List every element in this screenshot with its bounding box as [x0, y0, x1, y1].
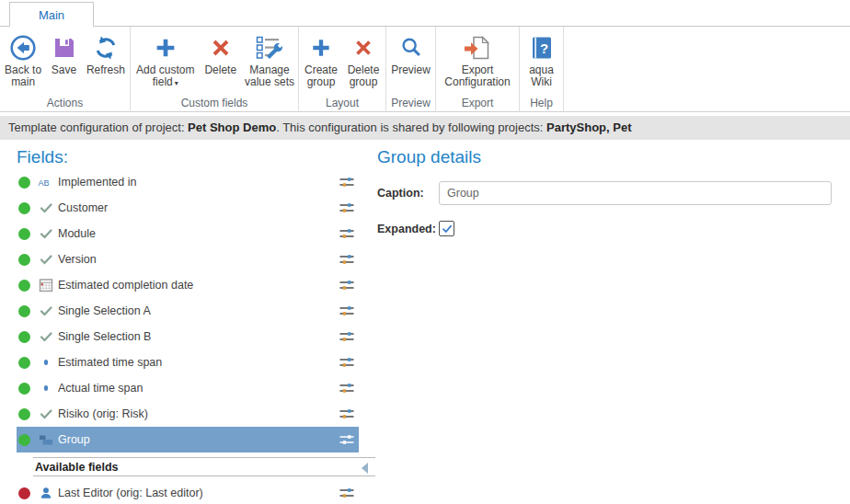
- reorder-icon[interactable]: [339, 252, 355, 267]
- status-dot-green: [18, 383, 30, 395]
- status-dot-green: [18, 228, 30, 240]
- reorder-icon[interactable]: [339, 407, 355, 421]
- ribbon-group-label-custom-fields: Custom fields: [131, 97, 298, 109]
- checkmark-icon: [38, 304, 53, 318]
- field-row-module[interactable]: Module: [17, 221, 359, 246]
- export-configuration-icon: [462, 31, 493, 64]
- dropdown-caret-icon: ▾: [175, 79, 178, 87]
- field-row-single-selection-b[interactable]: Single Selection B: [17, 324, 359, 349]
- field-row-actual-time-span[interactable]: Actual time span: [17, 375, 359, 401]
- ribbon-group-layout: Create group Delete group Layout: [299, 27, 386, 112]
- add-plus-icon: [153, 31, 178, 64]
- delete-field-label: Delete: [204, 64, 236, 76]
- back-icon: [9, 31, 37, 64]
- field-row-last-editor[interactable]: Last Editor (orig: Last editor): [17, 480, 359, 504]
- status-dot-green: [18, 408, 30, 420]
- export-configuration-label: Export Configuration: [438, 64, 517, 88]
- info-middle: . This configuration is shared by follow…: [276, 120, 546, 134]
- panel-collapse-arrow-icon[interactable]: [362, 463, 368, 474]
- reorder-icon[interactable]: [339, 175, 355, 189]
- field-label: Version: [58, 253, 339, 266]
- ribbon-group-label-layout: Layout: [299, 97, 385, 109]
- ribbon: Main Back to main: [0, 0, 850, 112]
- status-dot-green: [18, 254, 30, 266]
- fields-panel: Fields: AB Implemented in Customer Modul…: [0, 140, 370, 504]
- preview-button[interactable]: Preview: [388, 29, 433, 76]
- delete-group-button[interactable]: Delete group: [343, 29, 384, 88]
- reorder-icon[interactable]: [339, 432, 355, 447]
- field-label: Single Selection A: [58, 304, 339, 317]
- field-row-group-selected[interactable]: Group: [17, 427, 359, 452]
- reorder-icon[interactable]: [339, 278, 355, 292]
- preview-magnifier-icon: [398, 31, 424, 64]
- time-span-icon: [38, 355, 53, 370]
- status-dot-green: [18, 331, 30, 343]
- field-row-customer[interactable]: Customer: [17, 195, 359, 221]
- field-row-single-selection-a[interactable]: Single Selection A: [17, 298, 359, 324]
- field-row-version[interactable]: Version: [17, 246, 359, 272]
- field-row-risiko[interactable]: Risiko (orig: Risk): [17, 401, 359, 427]
- status-dot-green: [18, 357, 30, 369]
- user-icon: [38, 486, 53, 500]
- refresh-label: Refresh: [86, 64, 125, 76]
- field-row-implemented-in[interactable]: AB Implemented in: [17, 169, 359, 195]
- group-details-panel: Group details Caption: Expanded:: [377, 140, 835, 504]
- group-details-title: Group details: [377, 147, 835, 168]
- reorder-icon[interactable]: [339, 381, 355, 395]
- group-icon: [38, 432, 53, 447]
- caption-label: Caption:: [377, 187, 439, 200]
- field-row-estimated-time-span[interactable]: Estimated time span: [17, 349, 359, 375]
- checkmark-icon: [38, 407, 53, 421]
- svg-text:AB: AB: [39, 178, 50, 188]
- manage-value-sets-button[interactable]: Manage value sets: [243, 29, 296, 89]
- checkmark-icon: [442, 223, 453, 235]
- create-group-button[interactable]: Create group: [301, 29, 341, 88]
- back-to-main-label: Back to main: [2, 64, 44, 88]
- field-label: Risiko (orig: Risk): [58, 407, 339, 420]
- reorder-icon[interactable]: [339, 355, 355, 370]
- available-fields-header: Available fields: [33, 457, 375, 476]
- checkmark-icon: [38, 226, 53, 241]
- ribbon-group-help: ? aqua Wiki Help: [520, 27, 564, 112]
- reorder-icon[interactable]: [339, 226, 355, 241]
- status-dot-green: [18, 177, 30, 189]
- caption-input[interactable]: [439, 181, 832, 205]
- reorder-icon[interactable]: [339, 486, 355, 500]
- aqua-wiki-button[interactable]: ? aqua Wiki: [522, 29, 561, 88]
- aqua-wiki-label: aqua Wiki: [522, 64, 561, 88]
- ribbon-group-label-help: Help: [520, 97, 563, 109]
- create-group-label: Create group: [301, 64, 341, 88]
- checkmark-icon: [38, 252, 53, 267]
- add-custom-field-label: Add custom field: [136, 63, 194, 88]
- save-button[interactable]: Save: [46, 29, 82, 88]
- expanded-checkbox[interactable]: [439, 221, 454, 236]
- reorder-icon[interactable]: [339, 200, 355, 215]
- ribbon-group-actions: Back to main Save: [0, 27, 131, 112]
- refresh-button[interactable]: Refresh: [84, 29, 128, 88]
- expanded-label: Expanded:: [377, 223, 439, 235]
- ribbon-tab-row: Main: [0, 0, 850, 27]
- add-custom-field-button[interactable]: Add custom field▾: [132, 29, 199, 89]
- svg-text:?: ?: [539, 40, 547, 56]
- field-label: Estimated time span: [58, 356, 339, 369]
- reorder-icon[interactable]: [339, 304, 355, 318]
- aqua-wiki-icon: ?: [529, 31, 555, 64]
- preview-label: Preview: [391, 64, 431, 76]
- ribbon-group-label-actions: Actions: [0, 97, 130, 109]
- tab-main-label: Main: [39, 8, 64, 22]
- status-dot-green: [18, 434, 30, 446]
- ribbon-group-preview: Preview Preview: [386, 27, 436, 112]
- status-dot-green: [18, 202, 30, 214]
- field-label: Estimated completion date: [58, 279, 339, 292]
- ribbon-group-label-preview: Preview: [386, 97, 435, 109]
- delete-field-button[interactable]: Delete: [201, 29, 241, 89]
- field-label: Last Editor (orig: Last editor): [58, 487, 339, 499]
- tab-main[interactable]: Main: [9, 2, 94, 27]
- back-to-main-button[interactable]: Back to main: [2, 29, 44, 88]
- reorder-icon[interactable]: [339, 329, 355, 344]
- checkmark-icon: [38, 200, 53, 215]
- field-label: Customer: [58, 201, 339, 214]
- export-configuration-button[interactable]: Export Configuration: [438, 29, 517, 88]
- field-row-estimated-completion-date[interactable]: Estimated completion date: [17, 272, 359, 298]
- delete-x-icon: [208, 31, 234, 64]
